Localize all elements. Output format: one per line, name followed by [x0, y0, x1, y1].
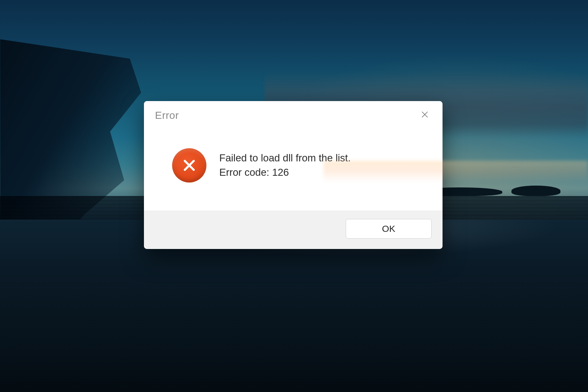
ok-button[interactable]: OK: [346, 219, 432, 239]
close-icon: [421, 111, 429, 120]
dialog-message-line2: Error code: 126: [219, 165, 351, 180]
error-dialog: Error Failed to load dll from the list.: [144, 101, 443, 249]
dialog-title: Error: [155, 109, 179, 121]
error-icon: [172, 148, 206, 183]
desktop-wallpaper: Error Failed to load dll from the list.: [0, 0, 588, 392]
dialog-message: Failed to load dll from the list. Error …: [219, 151, 351, 180]
dialog-message-line1: Failed to load dll from the list.: [219, 151, 351, 165]
dialog-body: Failed to load dll from the list. Error …: [144, 126, 443, 211]
dialog-footer: OK: [144, 211, 443, 249]
dialog-titlebar: Error: [144, 101, 443, 126]
close-button[interactable]: [416, 107, 433, 124]
wallpaper-landmass: [0, 39, 141, 282]
